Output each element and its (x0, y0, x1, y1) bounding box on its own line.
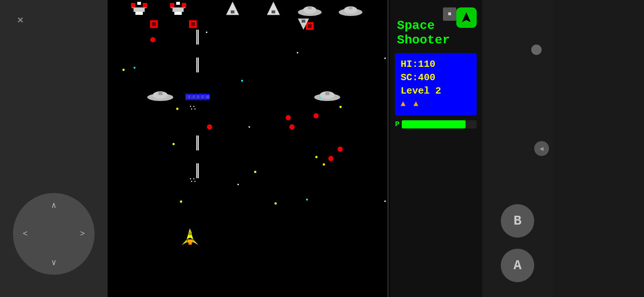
divider-line (388, 0, 388, 297)
top-enemy-3 (223, 0, 243, 19)
game-canvas (108, 0, 390, 297)
dpad-down-button[interactable]: ∨ (45, 253, 63, 272)
white-dot-1 (206, 32, 207, 33)
svg-marker-46 (193, 239, 198, 245)
bullet-3 (196, 58, 197, 72)
bullet-7 (196, 163, 197, 178)
bullet-dots-2 (190, 178, 196, 182)
dpad-circle: ∧ ∨ < > (13, 193, 95, 275)
top-enemy-6 (338, 2, 364, 19)
cyan-dot-3 (306, 199, 308, 200)
mid-enemy-1 (147, 89, 174, 104)
cyan-dot-1 (134, 67, 135, 69)
yellow-dot-7 (275, 202, 277, 205)
white-dot-3 (237, 184, 239, 185)
top-enemy-4 (263, 0, 284, 19)
svg-rect-42 (199, 94, 202, 100)
svg-rect-5 (131, 3, 135, 7)
svg-rect-31 (302, 20, 305, 23)
white-dot-4 (249, 126, 250, 128)
bullet-1 (196, 30, 197, 45)
a-button[interactable]: A (501, 249, 534, 282)
power-bar-fill (402, 120, 466, 128)
svg-rect-43 (203, 94, 206, 100)
back-button[interactable]: ◀ (534, 141, 549, 156)
svg-rect-17 (272, 10, 275, 13)
bullet-5 (196, 136, 197, 150)
white-dot-2 (297, 52, 298, 53)
svg-rect-48 (188, 242, 192, 245)
gray-indicator (531, 45, 542, 55)
top-enemy-2 (167, 0, 189, 20)
blue-beam (185, 94, 210, 100)
svg-rect-12 (170, 3, 174, 7)
cyan-dot-2 (319, 97, 321, 98)
power-bar-container: P (395, 120, 477, 128)
svg-rect-37 (325, 92, 329, 95)
red-dot-5 (207, 124, 212, 130)
stop-button[interactable]: ■ (443, 7, 456, 21)
svg-rect-41 (194, 94, 197, 100)
red-dot-4 (289, 124, 295, 130)
red-dot-1 (150, 37, 155, 42)
side-dot-1 (384, 58, 386, 59)
yellow-dot-2 (176, 108, 178, 110)
score-box: HI:110 SC:400 Level 2 ▲ ▲ (395, 53, 477, 115)
side-dot-2 (384, 200, 386, 202)
svg-rect-47 (187, 239, 193, 242)
svg-point-51 (465, 15, 467, 17)
svg-rect-11 (176, 2, 180, 5)
svg-rect-13 (182, 3, 186, 7)
close-button[interactable]: × (11, 11, 30, 30)
yellow-dot-9 (323, 163, 325, 166)
dpad-left-button[interactable]: < (16, 225, 34, 243)
red-dot-6 (338, 147, 343, 152)
dpad-container: ∧ ∨ < > (13, 193, 95, 275)
player-ship (180, 226, 200, 249)
power-bar-background (402, 120, 477, 128)
svg-rect-4 (137, 2, 141, 5)
yellow-dot-8 (339, 106, 342, 108)
enemy-red-1 (148, 19, 160, 32)
svg-rect-39 (185, 94, 188, 100)
bullet-8 (198, 163, 199, 178)
svg-rect-27 (191, 22, 195, 26)
cyan-dot-4 (241, 80, 243, 82)
yellow-dot-3 (172, 143, 175, 145)
red-dot-3 (313, 113, 319, 118)
right-controls: ◀ B A (482, 0, 553, 297)
bullet-2 (198, 30, 199, 45)
dpad-up-button[interactable]: ∧ (45, 196, 63, 215)
top-enemy-5 (297, 2, 323, 19)
svg-rect-34 (158, 92, 162, 95)
bullet-4 (198, 58, 199, 72)
game-icon (456, 7, 477, 28)
red-dot-7 (328, 156, 334, 161)
left-panel: × ∧ ∨ < > (0, 0, 108, 297)
yellow-dot-5 (254, 171, 256, 173)
svg-rect-20 (308, 6, 312, 9)
svg-rect-49 (188, 232, 192, 235)
b-button[interactable]: B (501, 204, 534, 238)
bullet-6 (198, 136, 199, 150)
yellow-dot-1 (122, 69, 125, 71)
svg-rect-6 (143, 3, 147, 7)
yellow-dot-4 (315, 156, 318, 158)
top-enemy-1 (128, 0, 150, 20)
hi-score: HI:110 (401, 59, 471, 70)
svg-rect-23 (349, 6, 352, 9)
power-label: P (395, 120, 400, 128)
svg-rect-25 (152, 22, 156, 26)
lives-display: ▲ ▲ (401, 99, 471, 109)
svg-rect-40 (190, 94, 193, 100)
dpad-right-button[interactable]: > (73, 225, 92, 243)
red-dot-2 (286, 115, 291, 120)
svg-marker-45 (182, 239, 187, 245)
level-display: Level 2 (401, 85, 471, 97)
svg-rect-15 (231, 10, 234, 13)
bullet-dots (190, 106, 196, 110)
mid-enemy-2 (313, 89, 341, 104)
info-panel: ■ Space Shooter HI:110 SC:400 Level 2 ▲ … (390, 0, 482, 297)
sc-score: SC:400 (401, 72, 471, 83)
yellow-dot-6 (180, 200, 182, 203)
